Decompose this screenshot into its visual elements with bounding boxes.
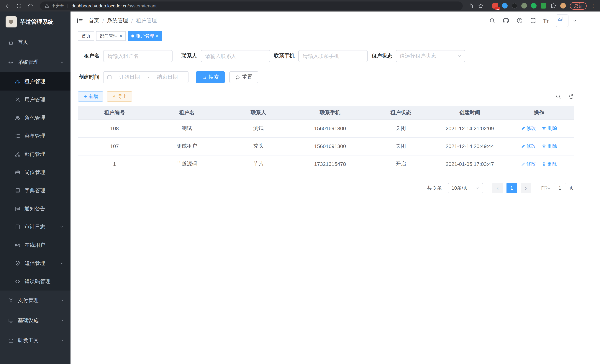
document-icon <box>15 224 20 230</box>
update-button[interactable]: 更新 <box>570 2 587 9</box>
sidebar-item-label: 错误码管理 <box>25 278 50 285</box>
sidebar-item-tenant[interactable]: 租户管理 <box>0 72 71 91</box>
reload-icon[interactable] <box>16 3 22 9</box>
sidebar-item-online-users[interactable]: 在线用户 <box>0 236 71 254</box>
browser-nav-buttons <box>4 3 33 9</box>
extensions-puzzle-icon[interactable] <box>550 3 556 9</box>
sidebar-item-infra[interactable]: 基础设施 <box>0 311 71 331</box>
extension-dark-icon[interactable] <box>512 3 517 9</box>
trash-icon <box>542 144 546 149</box>
search-icon <box>202 75 207 80</box>
page-size-select[interactable]: 10条/页 <box>448 183 483 193</box>
delete-link[interactable]: 删除 <box>542 161 557 167</box>
filter-row-1: 租户名 联系人 联系手机 租户状态 请选择租户状态 <box>78 50 600 62</box>
sidebar-item-role[interactable]: 角色管理 <box>0 109 71 127</box>
search-button[interactable]: 搜索 <box>196 71 225 83</box>
extension-olive-icon[interactable] <box>521 3 527 9</box>
screen: 不安全 dashboard.yudao.iocoder.cn/system/te… <box>0 0 600 364</box>
sidebar-item-label: 基础设施 <box>18 317 38 324</box>
sidebar-item-label: 通知公告 <box>25 205 45 212</box>
goto-label: 前往 <box>541 185 551 191</box>
sidebar-item-label: 系统管理 <box>18 59 38 66</box>
extension-green-square-icon[interactable] <box>541 3 546 9</box>
close-icon[interactable]: × <box>156 34 159 38</box>
total-count: 共 3 条 <box>427 185 442 191</box>
edit-icon <box>521 144 525 149</box>
cell-contact: 秃头 <box>223 137 294 155</box>
tab-tenant[interactable]: 租户管理 × <box>128 31 162 41</box>
filter-phone: 联系手机 <box>273 50 368 62</box>
export-button[interactable]: 导出 <box>107 91 132 102</box>
delete-link[interactable]: 删除 <box>542 125 557 132</box>
extension-adblock-icon[interactable]: 10 <box>492 3 498 9</box>
toolbox-icon <box>8 338 14 343</box>
contact-input[interactable] <box>201 50 270 62</box>
sidebar-item-error-code[interactable]: 错误码管理 <box>0 272 71 290</box>
font-size-icon[interactable]: TT <box>543 18 549 23</box>
sidebar-item-payment[interactable]: 支付管理 <box>0 290 71 311</box>
edit-link[interactable]: 修改 <box>521 161 536 167</box>
bookmark-star-icon[interactable] <box>478 3 484 9</box>
sidebar-item-label: 岗位管理 <box>25 169 45 176</box>
logo[interactable]: 芋道管理系统 <box>0 11 71 32</box>
next-page-button[interactable]: › <box>521 183 531 193</box>
add-button[interactable]: 新增 <box>78 91 103 102</box>
browser-menu-icon[interactable]: ⋮ <box>591 3 596 9</box>
close-icon[interactable]: × <box>120 34 122 38</box>
sidebar-item-dept[interactable]: 部门管理 <box>0 145 71 163</box>
edit-link[interactable]: 修改 <box>521 125 536 132</box>
page-number-current[interactable]: 1 <box>506 183 517 193</box>
breadcrumb-item[interactable]: 系统管理 <box>107 17 128 24</box>
table-row: 108 测试 测试 15601691300 关闭 2021-12-14 21:0… <box>78 120 574 137</box>
sidebar-item-dict[interactable]: 字典管理 <box>0 181 71 200</box>
people-icon <box>15 115 20 121</box>
tenant-status-select[interactable]: 请选择租户状态 <box>396 50 465 62</box>
back-icon[interactable] <box>4 3 10 9</box>
sidebar-item-post[interactable]: 岗位管理 <box>0 163 71 181</box>
fullscreen-icon[interactable] <box>530 18 536 24</box>
tab-label: 部门管理 <box>100 33 118 39</box>
hamburger-icon[interactable] <box>76 17 83 24</box>
tenant-name-input[interactable] <box>103 50 173 62</box>
tab-dept[interactable]: 部门管理 × <box>96 31 126 41</box>
cell-status: 开启 <box>366 155 436 173</box>
prev-page-button[interactable]: ‹ <box>492 183 503 193</box>
sidebar-item-notice[interactable]: 通知公告 <box>0 200 71 218</box>
main-area: 首页 / 系统管理 / 租户管理 TT 首页 <box>71 11 600 364</box>
org-tree-icon <box>15 151 20 157</box>
create-time-range-picker[interactable]: 开始日期 - 结束日期 <box>103 71 188 83</box>
help-icon[interactable] <box>516 18 523 24</box>
reset-button[interactable]: 重置 <box>229 71 258 83</box>
tab-home[interactable]: 首页 <box>78 31 94 41</box>
delete-link[interactable]: 删除 <box>542 143 557 149</box>
goto-page-input[interactable] <box>554 183 566 193</box>
page-size-value: 10条/页 <box>451 185 468 191</box>
sidebar-item-dashboard[interactable]: 首页 <box>0 32 71 52</box>
sidebar-item-audit-log[interactable]: 审计日志 <box>0 218 71 236</box>
avatar[interactable] <box>556 14 568 27</box>
extension-pin-icon[interactable] <box>502 3 508 9</box>
refresh-table-icon[interactable] <box>568 94 574 99</box>
sidebar-item-dev-tools[interactable]: 研发工具 <box>0 331 71 351</box>
people-icon <box>15 79 20 84</box>
breadcrumb-item[interactable]: 首页 <box>89 17 99 24</box>
edit-link[interactable]: 修改 <box>521 143 536 149</box>
phone-input[interactable] <box>298 50 368 62</box>
profile-avatar-icon[interactable] <box>560 3 566 9</box>
breadcrumb-separator: / <box>131 18 133 24</box>
toggle-search-icon[interactable] <box>555 94 561 99</box>
extension-green-circle-icon[interactable] <box>531 3 536 9</box>
chevron-down-icon[interactable] <box>572 18 577 23</box>
url-bar[interactable]: 不安全 dashboard.yudao.iocoder.cn/system/te… <box>40 1 463 10</box>
sidebar-item-menu[interactable]: 菜单管理 <box>0 127 71 145</box>
filter-status: 租户状态 请选择租户状态 <box>371 50 465 62</box>
home-icon[interactable] <box>28 3 33 9</box>
sidebar-item-label: 研发工具 <box>18 337 38 344</box>
sidebar-item-system[interactable]: 系统管理 <box>0 52 71 72</box>
github-icon[interactable] <box>502 17 509 24</box>
security-warning-icon[interactable] <box>45 3 49 8</box>
share-icon[interactable] <box>468 3 474 9</box>
sidebar-item-user[interactable]: 用户管理 <box>0 91 71 109</box>
header-search-icon[interactable] <box>489 18 495 24</box>
sidebar-item-sms[interactable]: 短信管理 <box>0 254 71 272</box>
